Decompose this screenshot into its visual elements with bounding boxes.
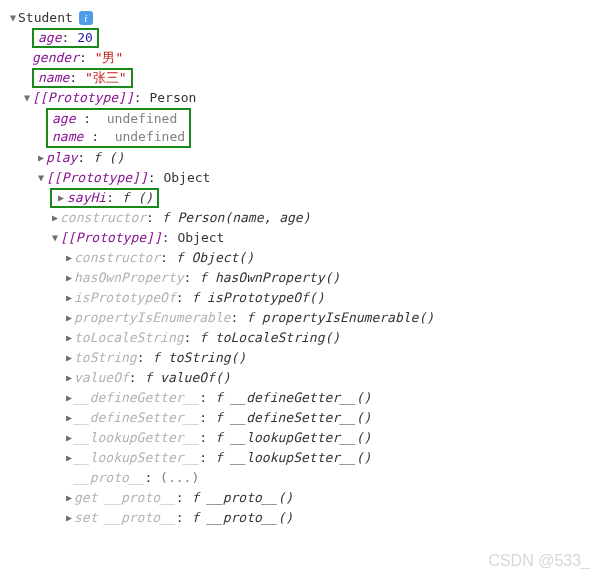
value: f toString()	[152, 348, 246, 368]
colon: :	[160, 248, 176, 268]
expand-icon[interactable]	[22, 88, 32, 108]
root-object-row[interactable]: Student i	[8, 8, 602, 28]
colon: :	[199, 428, 215, 448]
proto3-item[interactable]: __lookupGetter__: f __lookupGetter__()	[8, 428, 602, 448]
expand-icon[interactable]	[50, 228, 60, 248]
proto3-get-proto[interactable]: get __proto__ : f __proto__()	[8, 488, 602, 508]
prop-name[interactable]: name : "张三"	[8, 68, 602, 88]
value: undefined	[107, 111, 177, 126]
colon: :	[79, 48, 95, 68]
key: age	[38, 28, 61, 48]
value: f hasOwnProperty()	[199, 268, 340, 288]
colon: :	[106, 188, 122, 208]
expand-icon[interactable]	[64, 508, 74, 528]
value: f __lookupGetter__()	[215, 428, 372, 448]
expand-icon[interactable]	[64, 288, 74, 308]
expand-icon[interactable]	[64, 408, 74, 428]
value: f isPrototypeOf()	[191, 288, 324, 308]
proto3-item[interactable]: toLocaleString: f toLocaleString()	[8, 328, 602, 348]
prototype-object-row-2[interactable]: [[Prototype]] : Object	[8, 228, 602, 248]
highlight-box: sayHi : f ()	[50, 188, 159, 208]
class-name: Student	[18, 8, 73, 28]
expand-icon[interactable]	[64, 488, 74, 508]
value: f __proto__()	[191, 508, 293, 528]
prop-gender[interactable]: gender : "男"	[8, 48, 602, 68]
colon: :	[199, 388, 215, 408]
proto3-item[interactable]: constructor: f Object()	[8, 248, 602, 268]
expand-icon[interactable]	[64, 268, 74, 288]
value: f __defineGetter__()	[215, 388, 372, 408]
expand-icon[interactable]	[50, 208, 60, 228]
expand-icon[interactable]	[64, 368, 74, 388]
proto3-item[interactable]: __lookupSetter__: f __lookupSetter__()	[8, 448, 602, 468]
proto2-sayhi[interactable]: sayHi : f ()	[8, 188, 602, 208]
proto1-age[interactable]: age : undefined name : undefined	[8, 108, 602, 148]
proto3-proto[interactable]: __proto__ : (...)	[8, 468, 602, 488]
proto3-item[interactable]: __defineSetter__: f __defineSetter__()	[8, 408, 602, 428]
value: (...)	[160, 468, 199, 488]
value: f Object()	[176, 248, 254, 268]
proto3-item[interactable]: propertyIsEnumerable: f propertyIsEnumer…	[8, 308, 602, 328]
key: hasOwnProperty	[74, 268, 184, 288]
key: __lookupGetter__	[74, 428, 199, 448]
proto3-item[interactable]: isPrototypeOf: f isPrototypeOf()	[8, 288, 602, 308]
colon: :	[77, 148, 93, 168]
expand-icon[interactable]	[64, 348, 74, 368]
proto3-item[interactable]: hasOwnProperty: f hasOwnProperty()	[8, 268, 602, 288]
value: f ()	[93, 148, 124, 168]
key: play	[46, 148, 77, 168]
proto-type: Object	[177, 228, 224, 248]
value: f ()	[122, 188, 153, 208]
expand-icon[interactable]	[64, 248, 74, 268]
value: "张三"	[85, 68, 127, 88]
key: __proto__	[74, 468, 144, 488]
expand-icon[interactable]	[64, 448, 74, 468]
proto3-item[interactable]: toString: f toString()	[8, 348, 602, 368]
expand-icon[interactable]	[64, 308, 74, 328]
value: f __lookupSetter__()	[215, 448, 372, 468]
prop-age[interactable]: age : 20	[8, 28, 602, 48]
key: constructor	[74, 248, 160, 268]
key: set __proto__	[74, 508, 176, 528]
key: propertyIsEnumerable	[74, 308, 231, 328]
key: __defineSetter__	[74, 408, 199, 428]
colon: :	[176, 508, 192, 528]
key: toString	[74, 348, 137, 368]
expand-icon[interactable]	[56, 188, 66, 208]
colon: :	[134, 88, 150, 108]
colon: :	[231, 308, 247, 328]
info-icon[interactable]: i	[79, 11, 93, 25]
prototype-person-row[interactable]: [[Prototype]] : Person	[8, 88, 602, 108]
colon: :	[129, 368, 145, 388]
proto3-set-proto[interactable]: set __proto__ : f __proto__()	[8, 508, 602, 528]
expand-icon[interactable]	[64, 388, 74, 408]
proto-type: Object	[163, 168, 210, 188]
proto-type: Person	[149, 88, 196, 108]
key: valueOf	[74, 368, 129, 388]
key: toLocaleString	[74, 328, 184, 348]
expand-icon[interactable]	[36, 148, 46, 168]
prototype-object-row-1[interactable]: [[Prototype]] : Object	[8, 168, 602, 188]
proto3-item[interactable]: __defineGetter__: f __defineGetter__()	[8, 388, 602, 408]
highlight-box: age : undefined name : undefined	[46, 108, 191, 148]
key: gender	[32, 48, 79, 68]
colon: :	[91, 129, 107, 144]
value: undefined	[115, 129, 185, 144]
expand-icon[interactable]	[36, 168, 46, 188]
colon: :	[199, 448, 215, 468]
proto3-item[interactable]: valueOf: f valueOf()	[8, 368, 602, 388]
key: __defineGetter__	[74, 388, 199, 408]
value: 20	[77, 28, 93, 48]
proto1-play[interactable]: play : f ()	[8, 148, 602, 168]
expand-icon[interactable]	[8, 8, 18, 28]
value: f __defineSetter__()	[215, 408, 372, 428]
proto-label: [[Prototype]]	[32, 88, 134, 108]
value: "男"	[95, 48, 124, 68]
colon: :	[144, 468, 160, 488]
colon: :	[176, 288, 192, 308]
key: isPrototypeOf	[74, 288, 176, 308]
colon: :	[137, 348, 153, 368]
expand-icon[interactable]	[64, 328, 74, 348]
proto2-constructor[interactable]: constructor : f Person(name, age)	[8, 208, 602, 228]
expand-icon[interactable]	[64, 428, 74, 448]
